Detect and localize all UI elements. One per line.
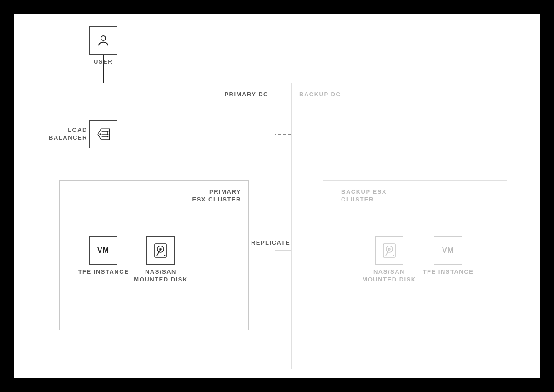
vm-text: VM — [97, 246, 109, 255]
svg-marker-9 — [107, 131, 109, 133]
svg-marker-10 — [107, 133, 109, 135]
backup-vm-node: VM — [434, 236, 462, 265]
svg-point-5 — [101, 36, 106, 40]
disk-icon — [383, 243, 396, 258]
load-balancer-label: LOAD BALANCER — [45, 126, 87, 142]
primary-dc-title: PRIMARY DC — [209, 91, 268, 99]
primary-cluster-title: PRIMARY ESX CLUSTER — [177, 188, 241, 204]
user-label: USER — [89, 58, 117, 66]
user-node — [89, 26, 117, 55]
diagram-canvas: USER PRIMARY DC LOAD BALANCER PRIMARY ES… — [14, 14, 540, 378]
vm-text: VM — [442, 246, 454, 255]
backup-dc-title: BACKUP DC — [299, 91, 363, 99]
user-icon — [96, 34, 110, 47]
backup-cluster-title: BACKUP ESX CLUSTER — [341, 188, 405, 204]
backup-disk-label: NAS/SAN MOUNTED DISK — [358, 268, 420, 284]
disk-icon — [154, 243, 167, 258]
svg-point-22 — [393, 255, 394, 256]
backup-disk-node — [375, 236, 403, 265]
svg-point-17 — [164, 255, 166, 256]
primary-tfe-label: TFE INSTANCE — [73, 268, 134, 276]
svg-marker-11 — [107, 136, 109, 138]
load-balancer-node — [89, 120, 117, 148]
svg-point-12 — [100, 133, 101, 135]
primary-vm-node: VM — [89, 236, 117, 265]
primary-disk-label: NAS/SAN MOUNTED DISK — [130, 268, 191, 284]
primary-disk-node — [146, 236, 175, 265]
load-balancer-icon — [96, 126, 111, 142]
backup-tfe-label: TFE INSTANCE — [418, 268, 479, 276]
